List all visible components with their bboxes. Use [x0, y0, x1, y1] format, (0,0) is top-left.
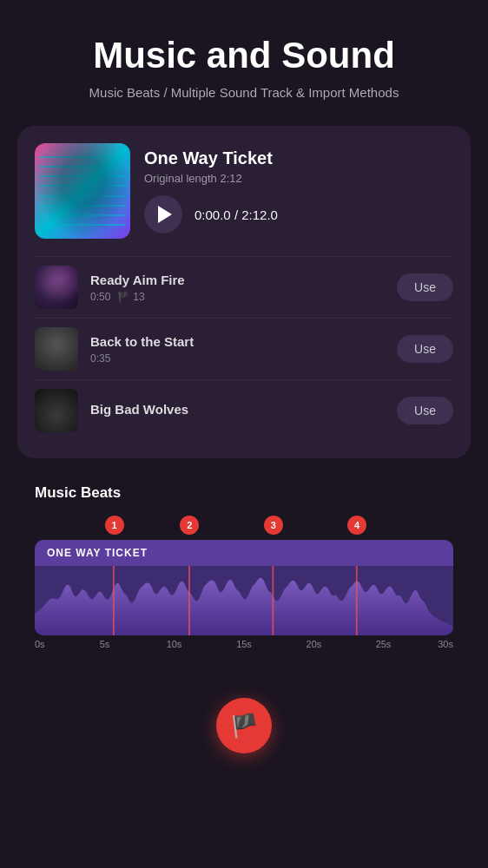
- waveform-svg: [35, 566, 453, 635]
- total-time: 2:12.0: [241, 207, 278, 222]
- beats-container: ONE WAY TICKET: [35, 540, 453, 635]
- tick-label-5s: 5s: [100, 639, 110, 649]
- timeline: 0s 5s 10s 15s 20s 25s 30s: [35, 639, 453, 663]
- flag-button[interactable]: 🏴: [216, 698, 272, 753]
- track-info: One Way Ticket Original length 2:12 0:00…: [144, 148, 453, 233]
- page-subtitle: Music Beats / Multiple Sound Track & Imp…: [89, 85, 399, 100]
- tick-label-10s: 10s: [167, 639, 182, 649]
- current-time: 0:00.0: [195, 207, 231, 222]
- tick-label-30s: 30s: [438, 639, 453, 649]
- beats-track-label: ONE WAY TICKET: [35, 540, 453, 566]
- track-item: Ready Aim Fire 0:50 🏴 13 Use: [35, 256, 453, 318]
- beat-marker-label-1: 1: [105, 516, 124, 535]
- beat-marker-1: 1: [105, 516, 124, 535]
- flag-icon: 🏴: [230, 714, 258, 737]
- use-button-1[interactable]: Use: [397, 273, 453, 301]
- timeline-ticks: 0s 5s 10s 15s 20s 25s 30s: [35, 639, 453, 663]
- main-card: One Way Ticket Original length 2:12 0:00…: [17, 126, 471, 458]
- track-thumbnail: [35, 327, 78, 371]
- beat-markers-row: 1 2 3 4: [35, 516, 453, 540]
- use-button-2[interactable]: Use: [397, 335, 453, 363]
- track-item-name: Back to the Start: [90, 334, 385, 349]
- track-thumbnail: [35, 389, 78, 432]
- flag-count: 🏴 13: [117, 291, 144, 303]
- beats-section: Music Beats 1 2 3 4 ONE WAY TICKET: [17, 458, 471, 681]
- beat-marker-label-2: 2: [180, 516, 199, 535]
- beat-marker-2: 2: [180, 516, 199, 535]
- album-art: [35, 143, 130, 239]
- track-item-info: Big Bad Wolves: [90, 402, 385, 420]
- page-title: Music and Sound: [93, 35, 395, 76]
- track-item: Big Bad Wolves Use: [35, 379, 453, 441]
- waveform-area: [35, 566, 453, 635]
- tick-label-25s: 25s: [376, 639, 392, 649]
- play-icon: [158, 206, 172, 223]
- player-controls: 0:00.0 / 2:12.0: [144, 195, 453, 233]
- track-duration: 0:50: [90, 291, 110, 303]
- flag-btn-container: 🏴: [216, 681, 272, 762]
- now-playing-section: One Way Ticket Original length 2:12 0:00…: [35, 143, 453, 239]
- track-item-name: Ready Aim Fire: [90, 273, 385, 287]
- tick-label-20s: 20s: [307, 639, 322, 649]
- track-item-meta: 0:50 🏴 13: [90, 291, 385, 303]
- beat-marker-label-3: 3: [264, 516, 283, 535]
- tick-label-0s: 0s: [35, 639, 45, 649]
- thumb-bbw: [35, 389, 78, 432]
- beat-marker-label-4: 4: [347, 516, 366, 535]
- thumb-raf: [35, 266, 78, 309]
- beats-title: Music Beats: [35, 484, 453, 502]
- track-item-meta: 0:35: [90, 352, 385, 365]
- track-list: Ready Aim Fire 0:50 🏴 13 Use Back to the…: [35, 256, 453, 441]
- tick-label-15s: 15s: [236, 639, 252, 649]
- track-thumbnail: [35, 266, 78, 309]
- time-separator: /: [231, 207, 242, 222]
- beat-marker-3: 3: [264, 516, 283, 535]
- album-art-face: [35, 143, 130, 239]
- play-button[interactable]: [144, 195, 182, 233]
- beat-marker-4: 4: [347, 516, 366, 535]
- thumb-bts: [35, 327, 78, 371]
- track-item-info: Back to the Start 0:35: [90, 334, 385, 365]
- track-item-name: Big Bad Wolves: [90, 402, 385, 417]
- track-item-info: Ready Aim Fire 0:50 🏴 13: [90, 273, 385, 303]
- time-display: 0:00.0 / 2:12.0: [195, 207, 278, 222]
- track-duration: 0:35: [90, 352, 110, 365]
- track-title: One Way Ticket: [144, 148, 453, 168]
- track-item: Back to the Start 0:35 Use: [35, 318, 453, 379]
- track-length: Original length 2:12: [144, 172, 453, 185]
- use-button-3[interactable]: Use: [397, 397, 453, 424]
